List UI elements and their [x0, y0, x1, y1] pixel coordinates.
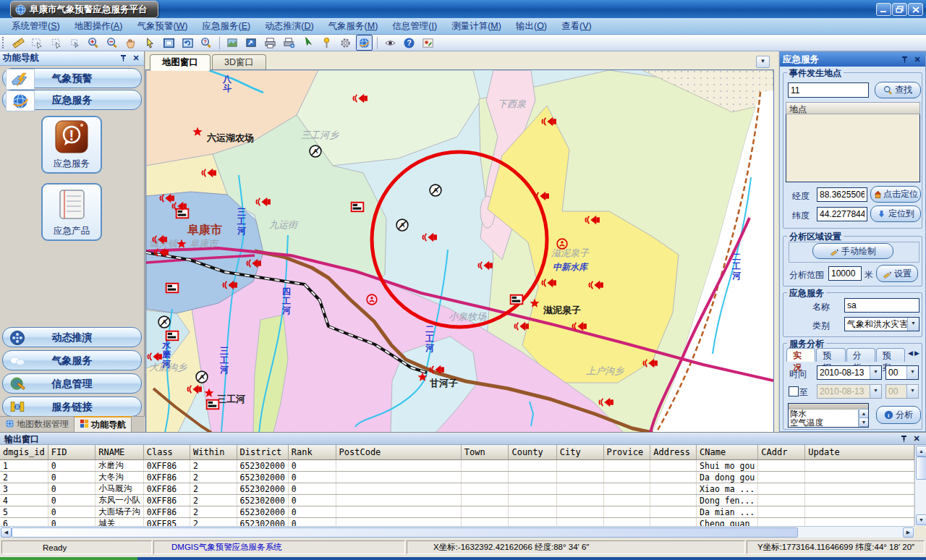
chevron-down-icon[interactable]: ▼ — [870, 366, 881, 379]
flag-marker-icon[interactable] — [207, 400, 219, 410]
table-header-cell[interactable]: FID — [48, 445, 95, 460]
service-name-input[interactable] — [844, 298, 919, 313]
set-range-button[interactable]: 设置 — [876, 265, 918, 282]
flag-marker-icon[interactable] — [511, 295, 523, 305]
table-header-cell[interactable]: District — [237, 445, 288, 460]
output-table[interactable]: dmgis_idFIDRNAMEClassWithinDistrictRankP… — [0, 445, 914, 526]
close-panel-icon[interactable]: ✕ — [912, 434, 922, 444]
scroll-down-icon[interactable]: ▼ — [859, 417, 869, 427]
table-header-cell[interactable]: Provice — [603, 445, 650, 460]
table-header-cell[interactable]: Town — [461, 445, 509, 460]
select-rect-icon[interactable] — [29, 35, 46, 51]
left-panel-tab-maptab[interactable]: 地图数据管理 — [0, 417, 75, 432]
map-tab-dropdown-icon[interactable]: ▼ — [756, 56, 770, 68]
analysis-tab-预案[interactable]: 预案 — [876, 348, 905, 362]
shortcut-product[interactable]: 应急产品 — [41, 183, 102, 241]
manual-draw-button[interactable]: 手动绘制 — [812, 243, 893, 259]
close-button[interactable] — [908, 3, 923, 16]
map-tab-地图窗口[interactable]: 地图窗口 — [150, 54, 211, 71]
to-checkbox[interactable] — [789, 386, 799, 396]
globe-icon[interactable] — [356, 35, 373, 51]
date2-select[interactable]: 2010-08-13 ▼ — [817, 384, 882, 399]
table-header-cell[interactable]: Address — [650, 445, 697, 460]
locate-pin-icon[interactable] — [318, 35, 335, 51]
table-header-cell[interactable]: dmgis_id — [0, 445, 48, 460]
service-type-select[interactable]: 气象和洪水灾害 ▼ — [844, 317, 919, 331]
pin-icon[interactable] — [118, 54, 128, 63]
menu-item-S[interactable]: 系统管理(S) — [4, 19, 67, 34]
station-marker-icon[interactable] — [310, 145, 321, 157]
hour2-select[interactable]: 00 ▼ — [885, 384, 919, 399]
menu-item-M[interactable]: 气象服务(M) — [321, 19, 386, 34]
flag-marker-icon[interactable] — [352, 203, 364, 212]
table-row[interactable]: 10水磨沟0XFF8626523020000Shui mo gou — [0, 460, 914, 472]
flag-marker-icon[interactable] — [177, 209, 189, 219]
chevron-down-icon[interactable]: ▼ — [906, 366, 918, 379]
print-icon[interactable] — [262, 35, 279, 51]
location-search-input[interactable] — [788, 82, 869, 98]
chevron-down-icon[interactable]: ▼ — [907, 318, 919, 331]
sidebar-section-clouds[interactable]: 气象服务 — [2, 350, 142, 370]
output-hscrollbar[interactable]: ◀ ▶ — [0, 526, 914, 538]
full-extent-icon[interactable] — [161, 35, 177, 51]
place-list[interactable] — [786, 114, 920, 182]
tab-scroll-left-icon[interactable]: ◀ — [908, 349, 913, 357]
table-row[interactable]: 30小马厩沟0XFF8626523020000Xiao ma ... — [0, 483, 914, 495]
snapshot-icon[interactable] — [420, 35, 436, 51]
map-canvas[interactable]: A — [145, 69, 774, 433]
sidebar-section-replay[interactable]: 动态推演 — [2, 327, 142, 347]
station-marker-icon[interactable] — [196, 371, 208, 383]
flag-marker-icon[interactable] — [166, 284, 179, 293]
vscroll-thumb[interactable] — [916, 457, 926, 480]
eye-icon[interactable] — [382, 35, 399, 51]
menu-item-V[interactable]: 查看(V) — [554, 19, 599, 34]
table-header-cell[interactable]: Class — [143, 445, 190, 460]
close-panel-icon[interactable]: ✕ — [131, 54, 141, 63]
output-vscrollbar[interactable]: ▲ ▼ — [914, 445, 926, 526]
sidebar-section-weather-warning[interactable]: 气象预警 — [2, 68, 142, 88]
close-panel-icon[interactable]: ✕ — [912, 55, 922, 64]
menu-item-W[interactable]: 气象预警(W) — [129, 19, 195, 34]
minimize-button[interactable] — [876, 3, 891, 16]
table-row[interactable]: 40东风一小队0XFF8626523020000Dong fen... — [0, 495, 914, 506]
pan-icon[interactable] — [123, 35, 140, 51]
table-row[interactable]: 60城关0XFF8526523020000Cheng guan — [0, 518, 914, 527]
hscroll-thumb[interactable] — [12, 527, 798, 538]
analysis-tab-预报[interactable]: 预报 — [816, 348, 845, 362]
menu-item-A[interactable]: 地图操作(A) — [67, 19, 130, 34]
shortcut-emergency[interactable]: !应急服务 — [41, 116, 102, 174]
select-small-icon[interactable] — [67, 35, 83, 51]
identify-icon[interactable]: ? — [198, 35, 215, 51]
layers-icon[interactable] — [224, 35, 241, 51]
refresh-icon[interactable] — [179, 35, 196, 51]
table-header-cell[interactable]: CAddr — [758, 445, 805, 460]
table-header-cell[interactable]: PostCode — [336, 445, 461, 460]
green-pointer-icon[interactable] — [300, 35, 316, 51]
scroll-up-icon[interactable]: ▲ — [916, 446, 926, 457]
analyze-button[interactable]: i 分析 — [876, 406, 921, 424]
chevron-down-icon[interactable]: ▼ — [870, 385, 881, 398]
menu-item-O[interactable]: 输出(O) — [509, 19, 554, 34]
sidebar-section-infoglobe[interactable]: 信息管理 — [2, 373, 142, 394]
element-list-item[interactable]: 降水 — [790, 410, 868, 418]
table-header-cell[interactable]: RNAME — [95, 445, 144, 460]
sidebar-section-link[interactable]: 服务链接 — [2, 396, 142, 417]
table-header-cell[interactable]: CName — [697, 445, 758, 460]
menu-item-I[interactable]: 信息管理(I) — [385, 19, 444, 34]
tab-scroll-right-icon[interactable]: ▶ — [914, 349, 919, 357]
table-header-cell[interactable]: Within — [190, 445, 237, 460]
search-button[interactable]: 查找 — [875, 82, 921, 98]
table-row[interactable]: 20大冬沟0XFF8626523020000Da dong gou — [0, 472, 914, 483]
element-list-item[interactable]: 空气温度 — [790, 418, 868, 427]
table-header-cell[interactable]: City — [556, 445, 603, 460]
export-map-icon[interactable] — [243, 35, 260, 51]
settings-gear-icon[interactable] — [337, 35, 354, 51]
zoom-out-icon[interactable] — [104, 35, 121, 51]
toolbar-grip[interactable] — [2, 37, 7, 48]
list-scrollbar[interactable]: ▲ ▼ — [858, 409, 868, 427]
scroll-down-icon[interactable]: ▼ — [916, 514, 926, 525]
analysis-tab-分析[interactable]: 分析 — [846, 348, 875, 362]
chevron-down-icon[interactable]: ▼ — [906, 385, 918, 398]
table-header-cell[interactable]: County — [509, 445, 556, 460]
pin-icon[interactable] — [899, 434, 909, 444]
